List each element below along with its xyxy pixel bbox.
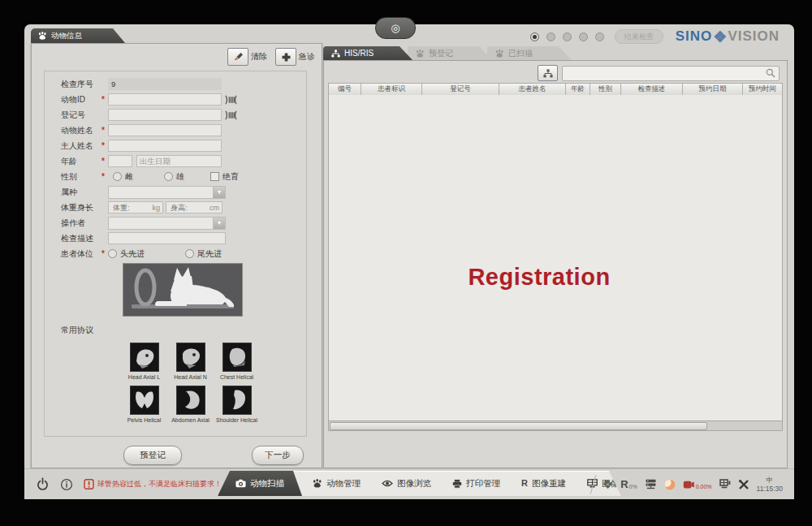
protocol-name: Head Axial L: [128, 374, 160, 380]
end-exam-button[interactable]: 结束检查: [615, 29, 663, 44]
col-age[interactable]: 年龄: [566, 84, 590, 95]
weight-unit: kg: [152, 204, 160, 212]
col-appt-date[interactable]: 预约日期: [683, 84, 743, 95]
status-dot-3: [563, 32, 572, 41]
tube-heat-status[interactable]: 0.00%: [683, 480, 712, 489]
nav-animal-scan[interactable]: 动物扫描: [218, 471, 302, 496]
tab-his-ris[interactable]: HIS/RIS: [323, 46, 412, 60]
neuter-checkbox[interactable]: [210, 172, 219, 181]
language-indicator[interactable]: 中: [767, 476, 774, 485]
protocol-item[interactable]: Pelvis Helical: [121, 386, 167, 423]
disk-usage-icon[interactable]: [664, 479, 676, 490]
query-button[interactable]: [538, 65, 558, 81]
r-status-icon: R: [620, 479, 628, 489]
chevron-down-icon: ▾: [213, 218, 225, 229]
animal-name-input[interactable]: [108, 124, 222, 136]
sex-male-radio[interactable]: [164, 172, 173, 181]
tail-first-radio[interactable]: [185, 249, 194, 258]
hierarchy-icon: [331, 50, 340, 58]
status-tray: ❖ R 0% 0.00%: [593, 469, 783, 499]
registration-watermark: Registration: [324, 264, 754, 291]
reg-no-input[interactable]: [108, 109, 222, 121]
head-first-label: 头先进: [120, 248, 145, 260]
col-number[interactable]: 编号: [329, 84, 361, 95]
protocol-item[interactable]: Head Axial N: [167, 343, 214, 380]
col-exam-desc[interactable]: 检查描述: [621, 84, 683, 95]
sex-female-radio[interactable]: [113, 172, 122, 181]
weight-input[interactable]: [111, 203, 152, 213]
chevron-down-icon: ▾: [213, 187, 225, 198]
clear-button[interactable]: 清除: [227, 48, 267, 66]
birth-date-input[interactable]: [136, 155, 222, 167]
protocol-thumbnail[interactable]: [176, 386, 205, 415]
search-field[interactable]: [562, 66, 780, 81]
col-patient-id[interactable]: 患者标识: [361, 84, 422, 95]
power-button[interactable]: [36, 477, 50, 491]
owner-name-input[interactable]: [108, 140, 222, 152]
console-icon[interactable]: [719, 479, 731, 489]
protocol-thumbnail[interactable]: [222, 386, 252, 415]
height-input[interactable]: [169, 203, 209, 213]
r-status-value: 0%: [629, 484, 637, 489]
nav-animal-management[interactable]: 动物管理: [302, 471, 371, 496]
animal-id-input[interactable]: [108, 93, 222, 106]
search-icon[interactable]: [766, 68, 775, 78]
scrollbar-thumb[interactable]: [330, 422, 707, 430]
col-reg-no[interactable]: 登记号: [422, 84, 499, 95]
brush-icon[interactable]: [227, 48, 248, 66]
protocol-item[interactable]: Abdomen Axial: [167, 386, 214, 423]
species-select[interactable]: ▾: [108, 186, 226, 199]
tab-scanned-label: 已扫描: [508, 48, 533, 59]
protocol-item[interactable]: Chest Helical: [214, 343, 260, 380]
search-input[interactable]: [566, 68, 766, 79]
operator-select[interactable]: ▾: [108, 217, 226, 230]
bottom-bar: 球管热容过低，不满足临床扫描要求！ 动物扫描 动物管理: [24, 468, 794, 499]
protocol-thumbnail[interactable]: [130, 386, 159, 415]
protocol-thumbnail[interactable]: [222, 343, 252, 372]
col-sex[interactable]: 性别: [590, 84, 621, 95]
animal-id-label: 动物ID: [61, 94, 102, 106]
required-marker: *: [102, 141, 108, 150]
next-step-button[interactable]: 下一步: [252, 446, 304, 465]
col-appt-time[interactable]: 预约时间: [743, 84, 782, 95]
gantry-icon[interactable]: ❖: [603, 478, 613, 490]
paw-icon: [313, 479, 322, 488]
head-first-radio[interactable]: [108, 249, 117, 258]
worklist-body[interactable]: [328, 95, 783, 421]
record-icon: ◎: [391, 22, 400, 34]
tab-preregistered[interactable]: 预登记: [408, 46, 492, 60]
tab-animal-info[interactable]: 动物信息: [31, 28, 125, 43]
preregister-button[interactable]: 预登记: [123, 446, 182, 465]
info-button[interactable]: [60, 478, 73, 491]
position-label: 患者体位: [61, 248, 102, 260]
weight-field[interactable]: kg: [108, 201, 163, 213]
server-icon[interactable]: [645, 479, 657, 489]
age-input[interactable]: [108, 155, 132, 167]
col-patient-name[interactable]: 患者姓名: [499, 84, 566, 95]
protocol-item[interactable]: Shoulder Helical: [214, 386, 260, 423]
barcode-icon: [224, 110, 238, 120]
height-field[interactable]: cm: [166, 201, 222, 213]
nav-image-browse[interactable]: 图像浏览: [371, 471, 442, 496]
form-row-reg-no: 登记号: [61, 109, 306, 121]
body-label: 体重身长: [61, 202, 102, 213]
protocol-item[interactable]: Head Axial L: [121, 343, 167, 380]
nav-print-management[interactable]: 打印管理: [442, 471, 511, 496]
plus-cross-icon[interactable]: [275, 48, 296, 66]
recon-r-icon: R: [521, 479, 528, 488]
horizontal-scrollbar[interactable]: [328, 421, 783, 431]
tools-icon[interactable]: [738, 479, 749, 490]
warning-icon: [84, 479, 94, 489]
protocol-name: Abdomen Axial: [171, 417, 209, 423]
emergency-button[interactable]: 急诊: [275, 48, 315, 66]
tab-scanned[interactable]: 已扫描: [487, 46, 572, 60]
exam-desc-input[interactable]: [108, 232, 226, 244]
capture-button[interactable]: ◎: [375, 17, 416, 39]
protocol-thumbnail[interactable]: [176, 343, 205, 372]
recon-queue-status[interactable]: R 0%: [620, 479, 637, 489]
protocol-thumbnail[interactable]: [130, 343, 159, 372]
logo-text-vision: VISION: [728, 28, 780, 45]
animal-name-label: 动物姓名: [61, 125, 102, 136]
nav-image-recon[interactable]: R 图像重建: [511, 471, 577, 496]
form-row-animal-id: 动物ID *: [61, 93, 306, 106]
